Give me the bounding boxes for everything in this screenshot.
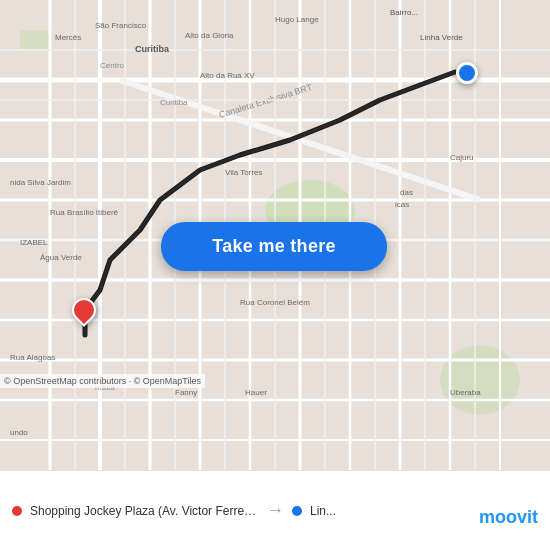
origin-marker [72, 298, 96, 328]
to-label: Lin... [310, 504, 336, 518]
map-container: Canaleta Exclusiva BRT Mercês São Franci… [0, 0, 550, 470]
take-me-there-label: Take me there [212, 236, 336, 257]
route-from: Shopping Jockey Plaza (Av. Victor Ferrei… [12, 504, 258, 518]
moovit-logo-text: moovit [479, 507, 538, 528]
from-label: Shopping Jockey Plaza (Av. Victor Ferrei… [30, 504, 258, 518]
bottom-bar: Shopping Jockey Plaza (Av. Victor Ferrei… [0, 470, 550, 550]
take-me-there-button[interactable]: Take me there [161, 222, 387, 271]
origin-dot [12, 506, 22, 516]
route-arrow: → [266, 500, 284, 521]
route-info: Shopping Jockey Plaza (Av. Victor Ferrei… [12, 504, 258, 518]
destination-dot [292, 506, 302, 516]
map-attribution: © OpenStreetMap contributors · © OpenMap… [0, 374, 205, 388]
moovit-logo: moovit [479, 507, 538, 528]
destination-marker [456, 62, 478, 84]
